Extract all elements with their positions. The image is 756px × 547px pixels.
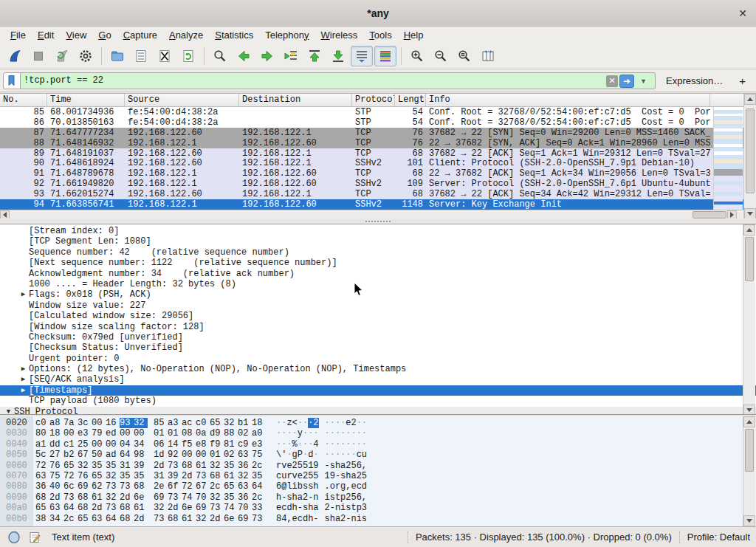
hex-byte[interactable]: 32 [134, 418, 148, 428]
hex-byte[interactable]: 92 [168, 450, 182, 460]
ascii-char[interactable]: ' [281, 450, 286, 460]
hex-byte[interactable]: 68 [168, 514, 182, 524]
ascii-char[interactable]: u [281, 471, 286, 481]
hex-byte[interactable]: 69 [78, 481, 92, 492]
hex-byte[interactable]: 64 [63, 503, 78, 513]
hex-byte[interactable]: 72 [182, 481, 196, 492]
packet-row[interactable]: 9471.663856741192.168.122.1192.168.122.6… [0, 199, 743, 210]
capture-options-button[interactable] [75, 46, 97, 66]
ascii-char[interactable]: · [340, 428, 346, 438]
hex-byte[interactable]: 63 [35, 471, 49, 481]
hex-byte[interactable]: 00 [120, 428, 134, 438]
ascii-char[interactable]: · [303, 418, 308, 428]
detail-line[interactable]: TCP payload (1080 bytes) [0, 396, 756, 406]
ascii-char[interactable]: · [298, 418, 303, 428]
hex-byte[interactable]: 25 [78, 439, 92, 450]
hex-byte[interactable]: 72 [63, 471, 78, 481]
column-header-destination[interactable]: Destination [239, 94, 352, 106]
hex-byte[interactable]: 39 [168, 471, 182, 481]
hex-byte[interactable]: 1d [154, 450, 168, 460]
ascii-char[interactable]: , [362, 461, 367, 471]
ascii-char[interactable]: · [335, 450, 340, 460]
ascii-char[interactable]: · [340, 450, 346, 460]
hex-row[interactable]: 0090682d736861322d6e697374703235362ch-sh… [0, 492, 743, 503]
packet-row[interactable]: 9071.648618924192.168.122.60192.168.122.… [0, 158, 743, 168]
hex-byte[interactable]: 6e [134, 492, 148, 503]
ascii-char[interactable]: h [292, 503, 298, 513]
ascii-char[interactable]: i [325, 492, 330, 503]
hex-byte[interactable]: 73 [168, 461, 182, 471]
ascii-char[interactable]: - [298, 503, 303, 513]
ascii-char[interactable]: r [286, 471, 292, 481]
ascii-char[interactable]: < [292, 418, 298, 428]
hex-byte[interactable]: 31 [154, 471, 168, 481]
hex-byte[interactable]: 76 [78, 471, 92, 481]
hex-byte[interactable]: 36 [238, 492, 252, 503]
ascii-char[interactable]: · [346, 428, 351, 438]
menu-help[interactable]: Help [398, 28, 430, 42]
hex-byte[interactable]: 70 [238, 503, 252, 513]
ascii-char[interactable]: 3 [362, 503, 367, 513]
ascii-char[interactable]: - [346, 514, 351, 524]
detail-line[interactable]: Urgent pointer: 0 [0, 354, 756, 364]
hex-byte[interactable]: 18 [49, 428, 63, 438]
find-packet-button[interactable] [209, 46, 231, 66]
hex-byte[interactable]: 61 [224, 471, 238, 481]
hex-byte[interactable]: 32 [210, 461, 224, 471]
menu-file[interactable]: File [4, 28, 32, 42]
hex-byte[interactable]: 61 [92, 492, 106, 503]
hex-byte[interactable]: 85 [154, 418, 168, 428]
hex-byte[interactable]: 67 [196, 481, 210, 492]
ascii-char[interactable]: e [351, 481, 356, 492]
hex-byte[interactable]: a1 [35, 439, 49, 450]
zoom-in-button[interactable] [406, 46, 428, 66]
packet-row[interactable]: 9171.648789678192.168.122.1192.168.122.6… [0, 168, 743, 179]
hex-byte[interactable]: 34 [134, 439, 148, 450]
hex-byte[interactable]: 50 [92, 450, 106, 460]
ascii-char[interactable]: i [292, 481, 298, 492]
expanded-arrow-icon[interactable]: ▼ [3, 407, 14, 415]
ascii-char[interactable]: r [335, 481, 340, 492]
hex-byte[interactable]: 31 [120, 461, 134, 471]
ascii-char[interactable]: 1 [325, 471, 330, 481]
hex-byte[interactable]: 35 [106, 461, 120, 471]
detail-line[interactable]: Window size value: 227 [0, 300, 756, 311]
hex-byte[interactable]: 2d [49, 492, 63, 503]
hex-byte[interactable]: 3c [78, 418, 92, 428]
hex-byte[interactable]: 73 [63, 492, 78, 503]
ascii-char[interactable]: · [286, 450, 292, 460]
hex-byte[interactable]: 73 [106, 481, 120, 492]
hex-byte[interactable]: 61 [196, 461, 210, 471]
ascii-char[interactable]: 5 [362, 471, 367, 481]
hex-byte[interactable]: a8 [49, 418, 63, 428]
hex-byte[interactable]: 6c [63, 481, 78, 492]
column-header-source[interactable]: Source [125, 94, 239, 106]
ascii-char[interactable]: · [330, 418, 335, 428]
hex-byte[interactable]: 68 [120, 503, 134, 513]
ascii-char[interactable]: s [346, 503, 351, 513]
hex-row[interactable]: 00b038342c656364682d736861322d6e697384,e… [0, 514, 743, 524]
hex-byte[interactable]: 00 [134, 428, 148, 438]
hex-byte[interactable]: 32 [106, 471, 120, 481]
ascii-char[interactable]: h [308, 503, 313, 513]
hex-byte[interactable]: 35 [120, 471, 134, 481]
ascii-char[interactable]: · [357, 439, 362, 450]
hex-byte[interactable]: 68 [210, 471, 224, 481]
scroll-up-button[interactable] [744, 94, 756, 105]
hex-byte[interactable]: 68 [134, 481, 148, 492]
ascii-char[interactable]: r [276, 461, 281, 471]
hex-byte[interactable]: 00 [182, 450, 196, 460]
filter-apply-button[interactable]: ➜ [619, 75, 634, 88]
ascii-char[interactable]: · [303, 439, 308, 450]
ascii-char[interactable]: · [357, 418, 362, 428]
detail-line[interactable]: ▶Options: (12 bytes), No-Operation (NOP)… [0, 364, 756, 374]
filter-dropdown-button[interactable]: ▼ [640, 78, 649, 86]
hex-byte[interactable]: 68 [78, 492, 92, 503]
reload-file-button[interactable] [177, 46, 199, 66]
ascii-char[interactable]: n [313, 492, 318, 503]
hex-byte[interactable]: 79 [92, 428, 106, 438]
ascii-char[interactable]: e [286, 461, 292, 471]
hex-byte[interactable]: 32 [238, 471, 252, 481]
ascii-char[interactable]: b [298, 481, 303, 492]
ascii-char[interactable]: 6 [357, 461, 362, 471]
